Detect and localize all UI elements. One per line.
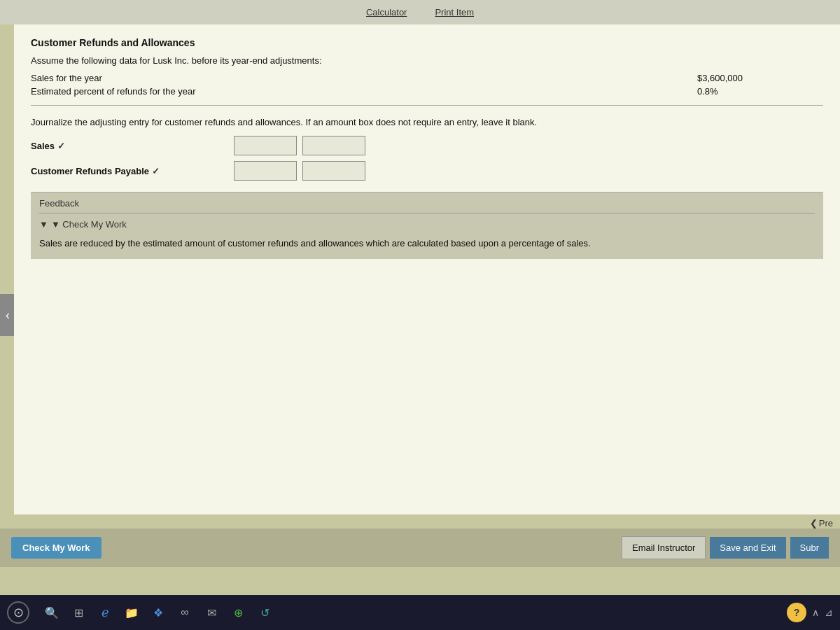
email-instructor-button[interactable]: Email Instructor [622,536,706,559]
refunds-checkmark: ✓ [152,166,160,176]
refunds-account-text: Customer Refunds Payable [31,166,149,176]
refunds-debit-input[interactable] [234,161,297,181]
taskbar-icon-search[interactable]: 🔍 [42,603,62,622]
taskbar-icon-folder[interactable]: 📁 [122,603,141,622]
start-button[interactable]: ⊙ [7,601,29,624]
taskbar-up-arrow[interactable]: ∧ [812,607,819,618]
taskbar-more[interactable]: ⊿ [825,607,833,618]
feedback-text: Sales are reduced by the estimated amoun… [39,234,815,253]
feedback-label: Feedback [39,198,815,209]
print-item-link[interactable]: Print Item [435,7,474,18]
check-my-work-button[interactable]: Check My Work [11,537,102,559]
check-my-work-header: ▼ ▼ Check My Work [39,219,815,230]
percent-value: 0.8% [683,86,823,97]
prev-link[interactable]: ❮ Pre [810,518,833,528]
sales-checkmark: ✓ [57,141,65,151]
feedback-divider [39,213,815,214]
refunds-credit-input[interactable] [302,161,365,181]
top-header: Calculator Print Item [0,0,840,24]
help-icon[interactable]: ? [787,603,806,622]
sales-credit-input[interactable] [302,136,365,155]
percent-label: Estimated percent of refunds for the yea… [31,86,683,97]
taskbar-icon-infinity[interactable]: ∞ [175,603,195,622]
percent-row: Estimated percent of refunds for the yea… [31,86,823,97]
prev-label: Pre [819,518,833,528]
taskbar-icons: 🔍 ⊞ ℯ 📁 ❖ ∞ ✉ ⊕ ↺ [35,603,781,622]
journal-row-sales: Sales ✓ [31,136,823,155]
sales-account-text: Sales [31,141,55,151]
main-content: Customer Refunds and Allowances Assume t… [14,24,840,514]
calculator-link[interactable]: Calculator [366,7,407,18]
chevron-left-icon: ❮ [810,518,818,528]
bottom-bar: Check My Work Email Instructor Save and … [0,528,840,567]
taskbar-icon-refresh[interactable]: ↺ [255,603,274,622]
taskbar-icon-grid[interactable]: ⊞ [69,603,88,622]
left-nav-arrow[interactable]: ‹ [0,294,15,336]
taskbar: ⊙ 🔍 ⊞ ℯ 📁 ❖ ∞ ✉ ⊕ ↺ ? ∧ ⊿ [0,595,840,630]
submit-button[interactable]: Subr [790,537,829,559]
instruction-text: Journalize the adjusting entry for custo… [31,117,823,127]
taskbar-icon-mail[interactable]: ✉ [202,603,221,622]
taskbar-icon-diamond[interactable]: ❖ [148,603,168,622]
journal-table: Sales ✓ Customer Refunds Payable ✓ [31,136,823,181]
refunds-account-label: Customer Refunds Payable ✓ [31,166,227,176]
divider-1 [31,105,823,106]
sales-account-label: Sales ✓ [31,141,227,151]
sales-label: Sales for the year [31,73,683,83]
taskbar-icon-chrome[interactable]: ⊕ [228,603,248,622]
section-title: Customer Refunds and Allowances [31,37,823,48]
taskbar-right: ? ∧ ⊿ [787,603,833,622]
intro-text: Assume the following data for Lusk Inc. … [31,55,823,66]
sales-value: $3,600,000 [683,73,823,83]
sales-debit-input[interactable] [234,136,297,155]
taskbar-icon-edge[interactable]: ℯ [95,603,115,622]
feedback-section: Feedback ▼ ▼ Check My Work Sales are red… [31,192,823,259]
right-buttons: Email Instructor Save and Exit Subr [622,536,829,559]
sales-input-pair [234,136,365,155]
refunds-input-pair [234,161,365,181]
save-exit-button[interactable]: Save and Exit [710,537,785,559]
triangle-down-icon: ▼ [39,219,48,230]
sales-row: Sales for the year $3,600,000 [31,73,823,83]
journal-row-refunds: Customer Refunds Payable ✓ [31,161,823,181]
check-my-work-header-text: ▼ Check My Work [51,219,127,230]
